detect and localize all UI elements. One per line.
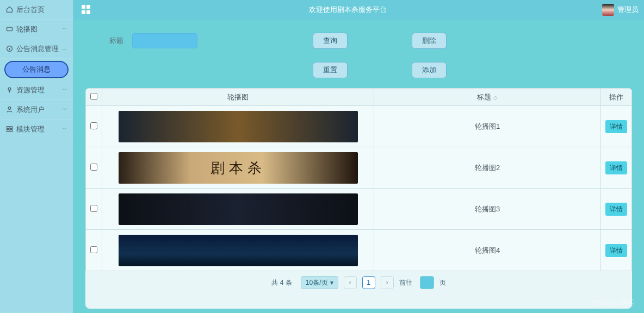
row-checkbox-cell [86,230,102,271]
menu-toggle-icon[interactable] [80,3,93,16]
row-checkbox-cell [86,147,102,189]
header-title[interactable]: 标题◇ [374,89,601,106]
carousel-icon [5,26,13,33]
select-all-checkbox[interactable] [90,93,97,100]
header-checkbox-cell [86,89,102,106]
table-row: 轮播图1详情 [86,106,632,147]
pagination: 共 4 条 10条/页▾ ‹ 1 › 前往 页 [85,271,632,294]
sidebar-item-label: 模块管理 [16,124,45,134]
table-row: 轮播图4详情 [86,230,632,271]
svg-point-2 [8,87,11,90]
carousel-thumbnail [119,193,358,225]
avatar [602,4,614,16]
sidebar-item-label: 公告消息管理 [16,44,59,54]
pin-icon [5,86,13,94]
sidebar-item-label: 后台首页 [16,5,45,15]
row-op-cell: 详情 [601,189,632,230]
sidebar-item-resource[interactable]: 资源管理 ﹀ [0,80,73,100]
detail-button[interactable]: 详情 [605,120,627,133]
row-checkbox[interactable] [90,122,97,129]
prev-page-button[interactable]: ‹ [344,276,357,289]
sidebar-item-home[interactable]: 后台首页 [0,0,73,20]
chevron-down-icon: ▾ [330,279,333,286]
jump-suffix: 页 [439,278,446,287]
jump-page-input[interactable] [420,276,434,289]
sidebar-item-label: 系统用户 [16,105,45,115]
svg-rect-0 [7,27,12,31]
filter-title-input[interactable] [132,33,197,48]
row-title-cell: 轮播图4 [374,230,601,271]
user-menu[interactable]: 管理员 [602,4,639,16]
row-checkbox[interactable] [90,246,97,253]
carousel-thumbnail [119,235,358,266]
total-count: 共 4 条 [271,278,292,287]
detail-button[interactable]: 详情 [605,161,627,174]
table-card: 轮播图 标题◇ 操作 轮播图1详情轮播图2详情轮播图3详情轮播图4详情 共 4 … [85,88,632,309]
svg-rect-4 [7,127,9,129]
reset-button[interactable]: 重置 [313,62,348,78]
next-page-button[interactable]: › [381,276,394,289]
sidebar-item-notice[interactable]: 公告消息 [4,61,69,78]
header-op: 操作 [601,89,632,106]
detail-button[interactable]: 详情 [605,244,627,257]
row-op-cell: 详情 [601,147,632,189]
carousel-thumbnail [119,152,358,184]
home-icon [5,6,13,14]
row-title-cell: 轮播图3 [374,189,601,230]
row-checkbox-cell [86,189,102,230]
page-size-select[interactable]: 10条/页▾ [301,276,338,289]
user-label: 管理员 [617,5,639,15]
header-image: 轮播图 [102,89,374,106]
row-title-cell: 轮播图2 [374,147,601,189]
grid-icon [5,126,13,133]
row-image-cell [102,147,374,189]
topbar: 欢迎使用剧本杀服务平台 管理员 [73,0,644,20]
row-op-cell: 详情 [601,230,632,271]
sidebar-item-notice-mgmt[interactable]: 公告消息管理 ︿ [0,39,73,59]
row-image-cell [102,230,374,271]
chevron-down-icon: ﹀ [62,26,67,33]
chevron-down-icon: ﹀ [62,86,67,94]
info-icon [5,45,13,53]
sidebar-item-label: 公告消息 [22,65,51,74]
chevron-down-icon: ﹀ [62,126,67,133]
filter-panel: 标题 查询 删除 重置 添加 [85,29,632,80]
sidebar-item-label: 资源管理 [16,85,45,95]
svg-point-3 [8,107,11,110]
filter-title-label: 标题 [91,36,123,46]
data-table: 轮播图 标题◇ 操作 轮播图1详情轮播图2详情轮播图3详情轮播图4详情 [85,88,632,271]
table-row: 轮播图3详情 [86,189,632,230]
sidebar-item-module[interactable]: 模块管理 ﹀ [0,120,73,139]
carousel-thumbnail [119,111,358,142]
content: 标题 查询 删除 重置 添加 轮播图 [73,20,644,313]
table-row: 轮播图2详情 [86,147,632,189]
page-number-button[interactable]: 1 [362,276,375,289]
chevron-down-icon: ﹀ [62,106,67,114]
jump-prefix: 前往 [399,278,412,287]
row-op-cell: 详情 [601,106,632,147]
chevron-up-icon: ︿ [62,45,67,53]
row-image-cell [102,189,374,230]
sidebar-item-carousel[interactable]: 轮播图 ﹀ [0,20,73,39]
svg-rect-5 [10,127,12,129]
row-image-cell [102,106,374,147]
page-title: 欢迎使用剧本杀服务平台 [93,5,602,15]
row-title-cell: 轮播图1 [374,106,601,147]
sort-icon: ◇ [493,95,498,101]
delete-button[interactable]: 删除 [412,33,447,49]
sidebar-item-sysuser[interactable]: 系统用户 ﹀ [0,100,73,120]
svg-rect-7 [10,129,12,132]
main-area: 欢迎使用剧本杀服务平台 管理员 标题 查询 删除 重置 添加 [73,0,644,313]
row-checkbox[interactable] [90,205,97,212]
add-button[interactable]: 添加 [412,62,447,78]
user-icon [5,106,13,114]
row-checkbox[interactable] [90,164,97,171]
sidebar: 后台首页 轮播图 ﹀ 公告消息管理 ︿ 公告消息 资源管理 ﹀ 系统用户 ﹀ 模… [0,0,73,313]
detail-button[interactable]: 详情 [605,203,627,216]
row-checkbox-cell [86,106,102,147]
sidebar-item-label: 轮播图 [16,24,38,34]
svg-rect-6 [7,129,9,132]
query-button[interactable]: 查询 [313,33,348,49]
